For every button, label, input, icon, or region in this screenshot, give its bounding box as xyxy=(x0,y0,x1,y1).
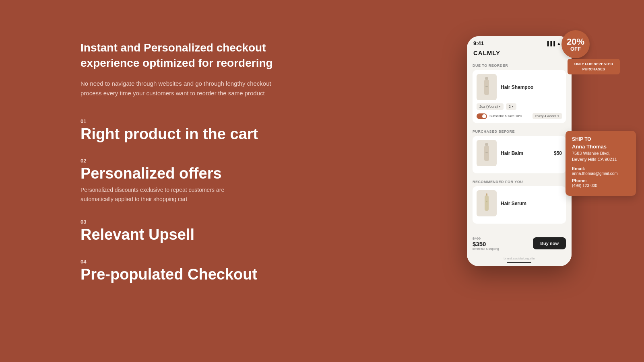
section-recommended-label: RECOMMENDED FOR YOU xyxy=(473,177,566,186)
variant-label: 2oz (Yours) xyxy=(479,105,498,109)
qty-label: 2 xyxy=(509,105,511,109)
ship-to-phone: (498) 123-000 xyxy=(572,183,630,188)
phone-bottom: brand.assistalong.site xyxy=(467,254,572,266)
phone-mockup: 20% OFF ONLY FOR REPEATED PURCHASES SHIP… xyxy=(467,36,584,266)
qty-chevron: ▾ xyxy=(512,105,514,108)
feature-title-3: Relevant Upsell xyxy=(80,226,290,243)
svg-rect-7 xyxy=(485,195,489,211)
brand-name: CALMLY xyxy=(473,49,565,56)
discount-badge: 20% OFF xyxy=(561,30,590,58)
wifi-icon: ▲ xyxy=(557,41,561,46)
feature-4: 04 Pre-populated Checkout xyxy=(80,259,290,283)
phone-screen: 9:41 ▐▐▐ ▲ ▮ CALMLY DUE TO REORDER xyxy=(467,36,572,266)
frequency-chevron: ▾ xyxy=(557,115,559,118)
feature-num-2: 02 xyxy=(80,158,290,164)
feature-num-3: 03 xyxy=(80,219,290,225)
product-serum-row: Hair Serum xyxy=(477,190,562,216)
frequency-label: Every 4 weeks xyxy=(535,114,556,118)
left-panel: Instant and Personalized checkout experi… xyxy=(80,40,290,298)
price-block: $400 $350 before tax & shipping xyxy=(473,237,499,250)
balm-name: Hair Balm xyxy=(501,150,550,156)
subscribe-row: Subscribe & save 10% Every 4 weeks ▾ xyxy=(477,113,562,119)
product-shampoo-row: Hair Shampoo xyxy=(477,74,562,100)
buy-button[interactable]: Buy now xyxy=(533,237,566,249)
headline: Instant and Personalized checkout experi… xyxy=(80,40,290,71)
svg-rect-0 xyxy=(485,77,488,80)
qty-select[interactable]: 2 ▾ xyxy=(506,103,516,110)
current-price: $350 xyxy=(473,241,499,247)
footer-bar: $400 $350 before tax & shipping Buy now xyxy=(467,232,572,254)
section-reorder-label: DUE TO REORDER xyxy=(473,60,566,70)
balm-price: $50 xyxy=(554,150,562,156)
product-balm-card: Hair Balm $50 xyxy=(473,136,566,173)
svg-rect-8 xyxy=(486,202,487,202)
discount-off: OFF xyxy=(570,46,581,51)
feature-2: 02 Personalized offers Personalized disc… xyxy=(80,158,290,204)
product-serum-card: Hair Serum xyxy=(473,186,566,224)
svg-rect-6 xyxy=(486,193,487,195)
ship-to-card: SHIP TO Anna Thomas 7583 Wilshire Blvd,B… xyxy=(566,131,636,196)
section-purchased-label: PURCHASED BEFORE xyxy=(473,126,566,136)
variant-chevron: ▾ xyxy=(499,105,501,108)
shampoo-controls: 2oz (Yours) ▾ 2 ▾ xyxy=(477,103,562,110)
feature-title-2: Personalized offers xyxy=(80,165,290,182)
ship-to-name: Anna Thomas xyxy=(572,144,630,150)
subscribe-toggle[interactable] xyxy=(477,113,487,119)
shampoo-name: Hair Shampoo xyxy=(501,84,562,90)
home-indicator xyxy=(507,262,531,263)
feature-title-1: Right product in the cart xyxy=(80,126,290,143)
svg-rect-1 xyxy=(484,80,489,95)
feature-desc-2: Personalized discounts exclusive to repe… xyxy=(80,185,242,204)
phone-content: DUE TO REORDER Hair Shampoo 2oz (Yours) xyxy=(467,60,572,232)
frequency-select[interactable]: Every 4 weeks ▾ xyxy=(533,113,562,119)
ship-to-phone-label: Phone: xyxy=(572,178,630,183)
discount-pct: 20% xyxy=(567,37,584,46)
status-time: 9:41 xyxy=(473,40,484,46)
feature-num-4: 04 xyxy=(80,259,290,265)
ship-to-title: SHIP TO xyxy=(572,136,630,142)
signal-icon: ▐▐▐ xyxy=(546,41,555,46)
serum-image xyxy=(477,190,497,216)
ship-to-email-label: Email: xyxy=(572,166,630,171)
svg-rect-4 xyxy=(484,146,489,161)
balm-image xyxy=(477,140,497,166)
ship-to-email: anna.thomas@gmail.com xyxy=(572,171,630,176)
svg-rect-2 xyxy=(485,86,488,87)
subscribe-text: Subscribe & save 10% xyxy=(489,114,530,118)
original-price: $400 xyxy=(473,237,499,241)
ship-to-address: 7583 Wilshire Blvd,Beverly Hills CA 9021… xyxy=(572,150,630,163)
feature-3: 03 Relevant Upsell xyxy=(80,219,290,243)
feature-num-1: 01 xyxy=(80,118,290,124)
feature-title-4: Pre-populated Checkout xyxy=(80,266,290,283)
repeated-badge: ONLY FOR REPEATED PURCHASES xyxy=(568,59,620,74)
phone-header: CALMLY xyxy=(467,48,572,60)
variant-select[interactable]: 2oz (Yours) ▾ xyxy=(477,103,504,110)
status-bar: 9:41 ▐▐▐ ▲ ▮ xyxy=(467,36,572,48)
price-note: before tax & shipping xyxy=(473,247,499,250)
serum-name: Hair Serum xyxy=(501,201,562,206)
feature-1: 01 Right product in the cart xyxy=(80,118,290,143)
product-balm-row: Hair Balm $50 xyxy=(477,140,562,166)
shampoo-image xyxy=(477,74,497,100)
subtitle: No need to navigate through websites and… xyxy=(80,79,290,98)
product-shampoo-card: Hair Shampoo 2oz (Yours) ▾ 2 ▾ Subscribe… xyxy=(473,70,566,123)
website-url: brand.assistalong.site xyxy=(469,257,569,260)
svg-rect-5 xyxy=(485,152,488,153)
svg-rect-3 xyxy=(485,143,488,146)
